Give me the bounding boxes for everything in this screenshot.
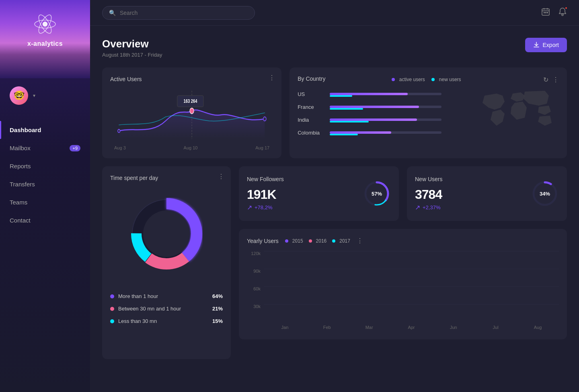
country-name: India	[298, 117, 326, 123]
search-box[interactable]: 🔍	[102, 6, 255, 20]
active-users-card: Active Users ⋮	[102, 67, 281, 158]
sidebar-item-label-reports: Reports	[10, 163, 31, 169]
by-country-title: By Country	[298, 76, 325, 82]
legend-pct-1: 21%	[212, 306, 223, 312]
export-label: Export	[543, 42, 559, 48]
x-label: Jul	[488, 325, 504, 330]
svg-point-11	[562, 14, 563, 16]
sidebar-item-dashboard[interactable]: Dashboard	[0, 121, 90, 139]
followers-pct: +78,2%	[255, 204, 272, 210]
search-input[interactable]	[120, 10, 248, 16]
time-spent-legend: More than 1 hour 64% Between 30 mn and 1…	[110, 290, 223, 327]
legend-circle-2	[110, 319, 114, 323]
sidebar: x-analytics 🤓 ▾ Dashboard Mailbox +9 Rep…	[0, 0, 90, 392]
donut-svg	[120, 188, 213, 280]
country-bar	[330, 90, 441, 98]
followers-arrow-icon: ↗	[247, 204, 252, 211]
sidebar-item-label-contact: Contact	[10, 217, 31, 224]
notification-icon[interactable]	[558, 7, 567, 18]
by-country-refresh-icon[interactable]: ↻	[543, 76, 548, 84]
legend-item-2: Less than 30 mn 15%	[110, 315, 223, 327]
calendar-icon[interactable]	[541, 7, 550, 18]
country-name: Colombia	[298, 130, 326, 136]
row-1: Active Users ⋮	[102, 67, 567, 158]
yearly-legend-label-2015: 2015	[292, 238, 303, 244]
x-label: Aug	[530, 325, 546, 330]
yearly-legend-dot-2015	[285, 239, 288, 243]
sidebar-item-transfers[interactable]: Transfers	[0, 175, 90, 193]
users-ring: 34%	[531, 180, 559, 208]
yearly-bars-inner	[264, 251, 559, 322]
sidebar-item-label-mailbox: Mailbox	[10, 145, 31, 151]
legend-item-1: Between 30 mn and 1 hour 21%	[110, 302, 223, 315]
time-spent-title: Time spent per day	[110, 175, 158, 181]
users-pct: +2,37%	[423, 204, 440, 210]
yearly-legend-dot-2017	[332, 239, 335, 243]
legend-dot-new	[431, 78, 435, 81]
legend-label-0: More than 1 hour	[118, 293, 158, 299]
stats-row: New Followers 191K ↗ +78,2%	[239, 166, 567, 221]
content-area: Overview August 18th 2017 - Friday Expor…	[90, 26, 579, 392]
country-bar	[330, 116, 441, 124]
yearly-menu-icon[interactable]: ⋮	[357, 237, 363, 245]
legend-circle-1	[110, 307, 114, 311]
svg-point-14	[190, 108, 194, 114]
world-map	[478, 88, 559, 140]
svg-rect-10	[547, 12, 548, 13]
followers-ring: 57%	[363, 180, 391, 208]
y-label: 90k	[247, 269, 261, 274]
x-label: Jan	[277, 325, 293, 330]
yearly-x-labels: JanFebMarAprJunJulAug	[264, 323, 559, 331]
sidebar-item-reports[interactable]: Reports	[0, 157, 90, 175]
y-label: 30k	[247, 304, 261, 309]
x-label: Jun	[446, 325, 462, 330]
x-label: Feb	[319, 325, 335, 330]
x-label-0: Aug 3	[114, 145, 126, 150]
legend-circle-0	[110, 294, 114, 298]
search-icon: 🔍	[109, 10, 116, 16]
sidebar-item-label-transfers: Transfers	[10, 181, 35, 188]
user-section[interactable]: 🤓 ▾	[0, 78, 90, 113]
sidebar-item-label-dashboard: Dashboard	[10, 127, 41, 133]
by-country-card: By Country active users new users ↻	[290, 67, 567, 158]
users-arrow-icon: ↗	[415, 204, 420, 211]
mailbox-badge: +9	[70, 145, 80, 151]
country-bar	[330, 103, 441, 111]
stat-users-main: New Users 3784 ↗ +2,37%	[415, 176, 524, 211]
svg-text:57%: 57%	[372, 191, 382, 197]
new-followers-value: 191K	[247, 187, 356, 202]
svg-text:34%: 34%	[540, 191, 550, 197]
country-name: US	[298, 91, 326, 97]
export-button[interactable]: Export	[525, 38, 567, 52]
yearly-bar-chart: 120k90k60k30k JanFebMarAprJunJulAug	[247, 251, 559, 331]
row-2: Time spent per day ⋮	[102, 166, 567, 359]
svg-point-13	[118, 129, 120, 133]
legend-label-1: Between 30 mn and 1 hour	[118, 306, 181, 312]
time-spent-menu-icon[interactable]: ⋮	[218, 173, 224, 180]
new-followers-change: ↗ +78,2%	[247, 204, 356, 211]
user-caret[interactable]: ▾	[33, 93, 35, 98]
svg-point-0	[43, 22, 47, 27]
yearly-header: Yearly Users 2015 2016	[247, 237, 559, 245]
y-label: 120k	[247, 251, 261, 256]
by-country-menu-icon[interactable]: ⋮	[552, 76, 559, 84]
legend-dot-active	[392, 78, 395, 81]
legend-pct-2: 15%	[212, 318, 223, 324]
legend-item-0: More than 1 hour 64%	[110, 290, 223, 302]
svg-rect-9	[545, 12, 546, 13]
active-users-menu-icon[interactable]: ⋮	[269, 74, 275, 82]
topbar: 🔍	[90, 0, 579, 26]
new-users-card: New Users 3784 ↗ +2,37% 34%	[407, 166, 567, 221]
notification-dot	[565, 6, 568, 10]
yearly-legend: 2015 2016 2017	[285, 238, 350, 244]
sidebar-item-mailbox[interactable]: Mailbox +9	[0, 139, 90, 157]
stats-yearly-column: New Followers 191K ↗ +78,2%	[239, 166, 567, 339]
sidebar-item-teams[interactable]: Teams	[0, 193, 90, 211]
y-label: 60k	[247, 286, 261, 291]
x-label: Apr	[403, 325, 419, 330]
new-users-value: 3784	[415, 187, 524, 202]
sidebar-item-contact[interactable]: Contact	[0, 211, 90, 229]
sidebar-nav: Dashboard Mailbox +9 Reports Transfers T…	[0, 113, 90, 392]
legend-pct-0: 64%	[212, 293, 223, 299]
yearly-title: Yearly Users	[247, 238, 279, 244]
